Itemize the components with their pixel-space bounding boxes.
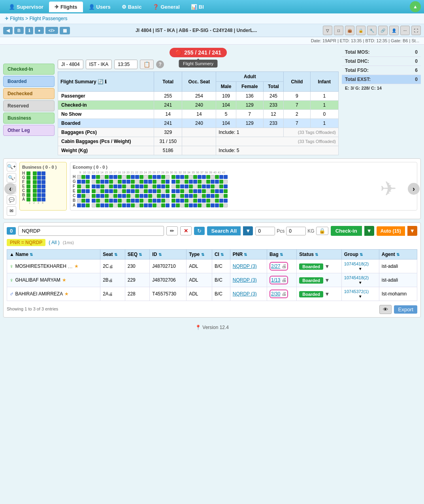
nav-supervisor[interactable]: 👤 Supervisor [3, 2, 49, 12]
bag-print-icon[interactable]: 🖨 [282, 291, 286, 297]
bag-print-icon[interactable]: 🖨 [282, 263, 286, 269]
id-cell: T45575730 [150, 287, 187, 301]
pnr-search-input[interactable] [18, 226, 164, 236]
refresh-search-button[interactable]: ↻ [194, 227, 205, 235]
flights-plane-icon: ✈ [5, 16, 9, 21]
sidebar-item-boarded[interactable]: Boarded [3, 76, 55, 87]
more-button[interactable]: ··· [400, 26, 410, 35]
status-dropdown-button[interactable]: ▼ [324, 263, 330, 269]
bag-button[interactable]: 👜 [345, 26, 354, 35]
time-selector[interactable]: 13:35 [114, 60, 138, 69]
group-dropdown[interactable]: ▼ [344, 280, 377, 285]
group-dropdown[interactable]: ▼ [344, 294, 377, 299]
th-bag[interactable]: Bag ⇅ [267, 250, 297, 260]
search-dropdown-button[interactable]: ▼ [243, 226, 253, 235]
print-seat-icon[interactable]: 🖨 [109, 264, 113, 269]
counter-badge: 255 / 241 / 241 [170, 48, 226, 57]
export-button[interactable]: Export [394, 305, 417, 314]
auto-button[interactable]: Auto (15) [377, 226, 405, 236]
kg-input[interactable] [286, 227, 306, 235]
help-button[interactable]: ? [156, 60, 164, 68]
sidebar-item-checked-in[interactable]: Checked-In [3, 64, 55, 75]
checkin-button[interactable]: Check-in [331, 226, 362, 236]
filter-button[interactable]: ▽ [323, 26, 332, 35]
nav-users[interactable]: 👤 Users [83, 2, 116, 12]
seatmap-next-button[interactable]: › [408, 183, 420, 195]
th-status[interactable]: Status ⇅ [297, 250, 342, 260]
bag-link[interactable]: 2/30 [271, 291, 280, 297]
group-dropdown[interactable]: ▼ [344, 267, 377, 271]
group-cell: 10745418(2) ▼ [341, 260, 379, 273]
pnr-link[interactable]: NQRDP (3) [233, 263, 257, 269]
pcs-input[interactable] [255, 227, 275, 235]
print-seat-icon[interactable]: 🖨 [109, 278, 113, 282]
pnr-link[interactable]: NQRDP (3) [233, 277, 257, 283]
b-button[interactable]: B [14, 27, 24, 34]
th-group[interactable]: Group ⇅ [341, 250, 379, 260]
clear-button[interactable]: ✕ [180, 226, 192, 235]
th-id[interactable]: ID ⇅ [150, 250, 187, 260]
nav-bi[interactable]: 📊 BI [185, 2, 209, 12]
grid-button[interactable]: ▦ [60, 27, 70, 34]
code-button[interactable]: </> [45, 27, 58, 34]
auto-dropdown-button[interactable]: ▼ [407, 226, 417, 236]
wrench-button[interactable]: 🔧 [367, 26, 377, 35]
th-seq[interactable]: SEQ ⇅ [125, 250, 150, 260]
status-cell: Boarded ▼ [297, 287, 342, 301]
baggages-label: Baggages (Pcs) [58, 128, 154, 137]
refresh-icon[interactable]: 🔄 [98, 79, 104, 85]
sidebar-item-dechecked[interactable]: Dechecked [3, 88, 55, 99]
fullscreen-button[interactable]: ⛶ [411, 26, 421, 35]
star-icon[interactable]: ★ [64, 291, 69, 297]
user-avatar[interactable]: ▲ [410, 1, 421, 12]
group-link[interactable]: 10745418(2) [344, 261, 377, 266]
info-button[interactable]: ℹ [25, 27, 33, 34]
person-button[interactable]: 👤 [389, 26, 399, 35]
th-name[interactable]: ▲ Name ⇅ [7, 250, 100, 260]
bag-link[interactable]: 2/27 [271, 263, 280, 269]
mail-button[interactable]: ✉ [7, 206, 16, 216]
pnr-link[interactable]: NQRDP (3) [233, 291, 257, 297]
status-dropdown-button[interactable]: ▼ [324, 291, 330, 297]
info-icon[interactable]: ℹ [105, 79, 107, 85]
sidebar-item-other-leg[interactable]: Other Leg [3, 125, 55, 136]
nav-basic[interactable]: ⚙ Basic [116, 2, 147, 12]
zoom-in-button[interactable]: 🔍+ [7, 162, 16, 171]
th-pnr[interactable]: PNR ⇅ [230, 250, 267, 260]
th-type[interactable]: Type ⇅ [187, 250, 212, 260]
sidebar-item-reserved[interactable]: Reserved [3, 100, 55, 111]
star-icon[interactable]: ★ [74, 263, 79, 269]
star-icon[interactable]: ★ [62, 277, 66, 283]
square-button[interactable]: □ [334, 26, 343, 35]
checkin-dropdown-button[interactable]: ▼ [364, 226, 374, 236]
back-button[interactable]: ◀ [3, 27, 13, 34]
options-button[interactable]: ... [68, 263, 73, 269]
seatmap-prev-button[interactable]: ‹ [4, 183, 16, 195]
chat-button[interactable]: 💬 [7, 195, 16, 205]
nav-flights[interactable]: ✈ Flights [49, 2, 83, 12]
status-dropdown-button[interactable]: ▼ [324, 277, 330, 283]
group-link[interactable]: 10745418(2) [344, 275, 377, 280]
lock-pcs-button[interactable]: 🔒 [316, 227, 328, 235]
th-ci[interactable]: CI ⇅ [212, 250, 230, 260]
edit-button[interactable]: ✏ [166, 226, 178, 235]
bag-link[interactable]: 1/13 [271, 277, 280, 283]
search-all-button[interactable]: Search All [207, 226, 241, 235]
lock-button[interactable]: 🔒 [356, 26, 366, 35]
bag-print-icon[interactable]: 🖨 [282, 277, 286, 283]
group-link[interactable]: 10745372(1) [344, 289, 377, 294]
kg-label: KG [307, 228, 314, 234]
th-agent[interactable]: Agent ⇅ [379, 250, 417, 260]
copy-button[interactable]: 📋 [140, 60, 154, 69]
pnr-cell: NQRDP (3) [230, 273, 267, 287]
zoom-out-button[interactable]: 🔍- [7, 173, 16, 182]
print-seat-icon[interactable]: 🖨 [109, 292, 113, 296]
th-seat[interactable]: Seat ⇅ [100, 250, 125, 260]
nav-general[interactable]: ❓ General [147, 2, 185, 12]
sidebar-item-business[interactable]: Bussiness [3, 113, 55, 124]
visibility-button[interactable]: 👁 [379, 305, 392, 314]
sidebar: Checked-In Boarded Dechecked Reserved Bu… [3, 64, 55, 136]
circle-button[interactable]: ● [35, 27, 44, 34]
share-button[interactable]: 🔗 [378, 26, 388, 35]
breadcrumb-flights[interactable]: Flights [10, 16, 24, 21]
